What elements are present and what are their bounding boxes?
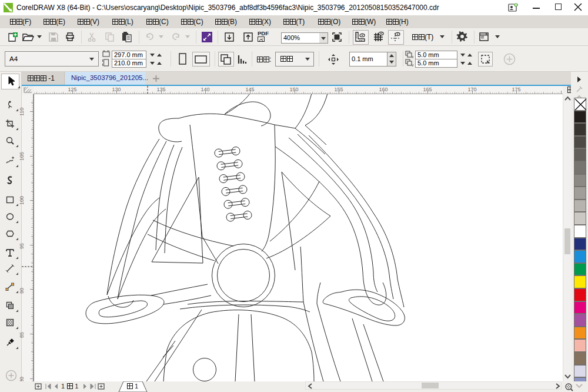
svg-text:x: x bbox=[412, 55, 414, 58]
svg-text:y: y bbox=[412, 63, 414, 67]
